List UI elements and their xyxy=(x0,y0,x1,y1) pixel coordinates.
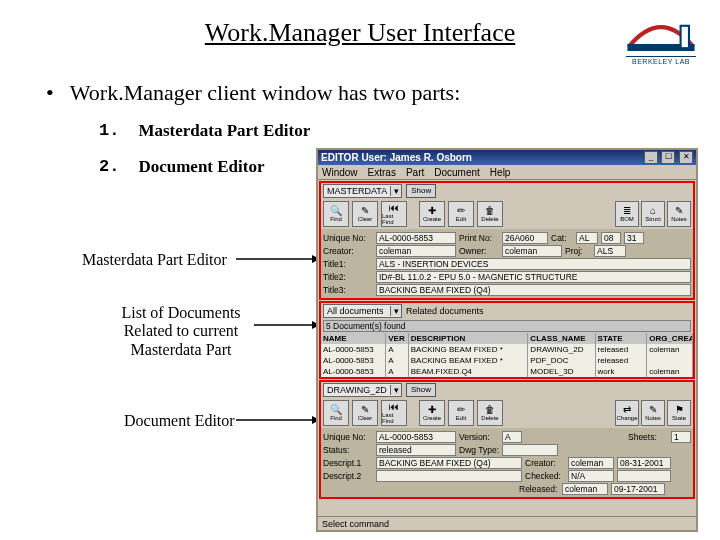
sheets-label: Sheets: xyxy=(628,432,668,442)
plus-icon: ✚ xyxy=(428,206,436,216)
masterdata-mode-combo[interactable]: MASTERDATA▾ xyxy=(323,184,402,198)
doc-notes-button[interactable]: ✎Notes xyxy=(641,400,665,426)
menu-help[interactable]: Help xyxy=(490,167,511,178)
swap-icon: ⇄ xyxy=(623,405,631,415)
parts-list: 1.Masterdata Part Editor 2.Document Edit… xyxy=(96,112,313,187)
doc-toolbar: 🔍Find ✎Clear ⏮Last Find ✚Create ✏Edit 🗑D… xyxy=(321,398,693,428)
table-row[interactable]: AL-0000-5853ABACKING BEAM FIXED *DRAWING… xyxy=(321,344,693,355)
clear-button[interactable]: ✎Clear xyxy=(352,201,378,227)
menu-window[interactable]: Window xyxy=(322,167,358,178)
doc-show-button[interactable]: Show xyxy=(406,383,436,397)
menu-part[interactable]: Part xyxy=(406,167,424,178)
version-field[interactable]: A xyxy=(502,431,522,443)
search-icon: 🔍 xyxy=(330,405,342,415)
doc-create-button[interactable]: ✚Create xyxy=(419,400,445,426)
title3-field[interactable]: BACKING BEAM FIXED (Q4) xyxy=(376,284,691,296)
menu-extras[interactable]: Extras xyxy=(368,167,396,178)
menu-document[interactable]: Document xyxy=(434,167,480,178)
dwgtype-label: Dwg Type: xyxy=(459,445,499,455)
doc-creator-label: Creator: xyxy=(525,458,565,468)
bom-button[interactable]: ≣BOM xyxy=(615,201,639,227)
edit-button[interactable]: ✏Edit xyxy=(448,201,474,227)
previous-icon: ⏮ xyxy=(389,402,399,412)
cat-v08-field[interactable]: 08 xyxy=(601,232,621,244)
eraser-icon: ✎ xyxy=(361,206,369,216)
creator-label: Creator: xyxy=(323,246,373,256)
pencil-icon: ✏ xyxy=(457,405,465,415)
sheets-field[interactable]: 1 xyxy=(671,431,691,443)
proj-field[interactable]: ALS xyxy=(594,245,626,257)
find-button[interactable]: 🔍Find xyxy=(323,201,349,227)
doc-creator-date[interactable]: 08-31-2001 xyxy=(617,457,671,469)
doc-delete-button[interactable]: 🗑Delete xyxy=(477,400,503,426)
create-button[interactable]: ✚Create xyxy=(419,201,445,227)
unique-no-label: Unique No: xyxy=(323,233,373,243)
table-row[interactable]: AL-0000-5853ABACKING BEAM FIXED *PDF_DOC… xyxy=(321,355,693,366)
masterdata-show-button[interactable]: Show xyxy=(406,184,436,198)
table-row[interactable]: AL-0000-5853ABEAM.FIXED.Q4MODEL_3Dworkco… xyxy=(321,366,693,377)
checked-label: Checked: xyxy=(525,471,565,481)
desc2-field[interactable] xyxy=(376,470,522,482)
title2-field[interactable]: ID#-BL 11.0.2 - EPU 5.0 - MAGNETIC STRUC… xyxy=(376,271,691,283)
doc-lastfind-button[interactable]: ⏮Last Find xyxy=(381,400,407,426)
lastfind-button[interactable]: ⏮Last Find xyxy=(381,201,407,227)
doc-unique-no-field[interactable]: AL-0000-5853 xyxy=(376,431,456,443)
doc-clear-button[interactable]: ✎Clear xyxy=(352,400,378,426)
released-label: Released: xyxy=(519,484,559,494)
slide-title: Work.Manager User Interface xyxy=(0,18,720,48)
cat-label: Cat: xyxy=(551,233,573,243)
tree-icon: ⌂ xyxy=(650,206,656,216)
dwgtype-field[interactable] xyxy=(502,444,558,456)
docs-found-label: 5 Document(s) found xyxy=(323,320,691,332)
released-date[interactable]: 09-17-2001 xyxy=(611,483,665,495)
cat-v31-field[interactable]: 31 xyxy=(624,232,644,244)
status-field[interactable]: released xyxy=(376,444,456,456)
plus-icon: ✚ xyxy=(428,405,436,415)
annotation-doclist: List of Documents Related to current Mas… xyxy=(106,304,256,359)
titlebar[interactable]: EDITOR User: James R. Osborn _ ☐ ✕ xyxy=(318,150,696,165)
doc-mode-combo[interactable]: DRAWING_2D▾ xyxy=(323,383,402,397)
masterdata-toolbar: 🔍Find ✎Clear ⏮Last Find ✚Create ✏Edit 🗑D… xyxy=(321,199,693,229)
struct-button[interactable]: ⌂Struct xyxy=(641,201,665,227)
desc1-field[interactable]: BACKING BEAM FIXED (Q4) xyxy=(376,457,522,469)
change-button[interactable]: ⇄Change xyxy=(615,400,639,426)
eraser-icon: ✎ xyxy=(361,405,369,415)
owner-field[interactable]: coleman xyxy=(502,245,562,257)
creator-field[interactable]: coleman xyxy=(376,245,456,257)
doc-form: Unique No: AL-0000-5853 Version: A Sheet… xyxy=(321,428,693,497)
unique-no-field[interactable]: AL-0000-5853 xyxy=(376,232,456,244)
minimize-button[interactable]: _ xyxy=(644,151,658,164)
arrow-doc-icon xyxy=(236,415,320,425)
print-no-field[interactable]: 26A060 xyxy=(502,232,548,244)
chevron-down-icon: ▾ xyxy=(390,186,401,196)
flag-icon: ⚑ xyxy=(675,405,684,415)
notes-button[interactable]: ✎Notes xyxy=(667,201,691,227)
checked-field[interactable]: N/A xyxy=(568,470,614,482)
doc-find-button[interactable]: 🔍Find xyxy=(323,400,349,426)
doclist-scope-combo[interactable]: All documents▾ xyxy=(323,304,402,318)
pencil-icon: ✏ xyxy=(457,206,465,216)
status-bar: Select command xyxy=(318,516,696,530)
checked-date[interactable] xyxy=(617,470,671,482)
doc-creator-field[interactable]: coleman xyxy=(568,457,614,469)
trash-icon: 🗑 xyxy=(485,405,495,415)
trash-icon: 🗑 xyxy=(485,206,495,216)
maximize-button[interactable]: ☐ xyxy=(661,151,675,164)
doc-unique-no-label: Unique No: xyxy=(323,432,373,442)
cat-field[interactable]: AL xyxy=(576,232,598,244)
doc-edit-button[interactable]: ✏Edit xyxy=(448,400,474,426)
doclist-header: NAME VER DESCRIPTION CLASS_NAME STATE OR… xyxy=(321,333,693,344)
notes-icon: ✎ xyxy=(649,405,657,415)
arrow-doclist-icon xyxy=(254,320,320,330)
document-editor-section: DRAWING_2D▾ Show 🔍Find ✎Clear ⏮Last Find… xyxy=(319,380,695,499)
svg-rect-1 xyxy=(681,26,689,48)
delete-button[interactable]: 🗑Delete xyxy=(477,201,503,227)
arrow-masterdata-icon xyxy=(236,254,320,264)
released-field[interactable]: coleman xyxy=(562,483,608,495)
close-button[interactable]: ✕ xyxy=(679,151,693,164)
document-list-section: All documents▾ Related documents 5 Docum… xyxy=(319,301,695,379)
version-label: Version: xyxy=(459,432,499,442)
state-button[interactable]: ⚑State xyxy=(667,400,691,426)
notes-icon: ✎ xyxy=(675,206,683,216)
title1-field[interactable]: ALS - INSERTION DEVICES xyxy=(376,258,691,270)
